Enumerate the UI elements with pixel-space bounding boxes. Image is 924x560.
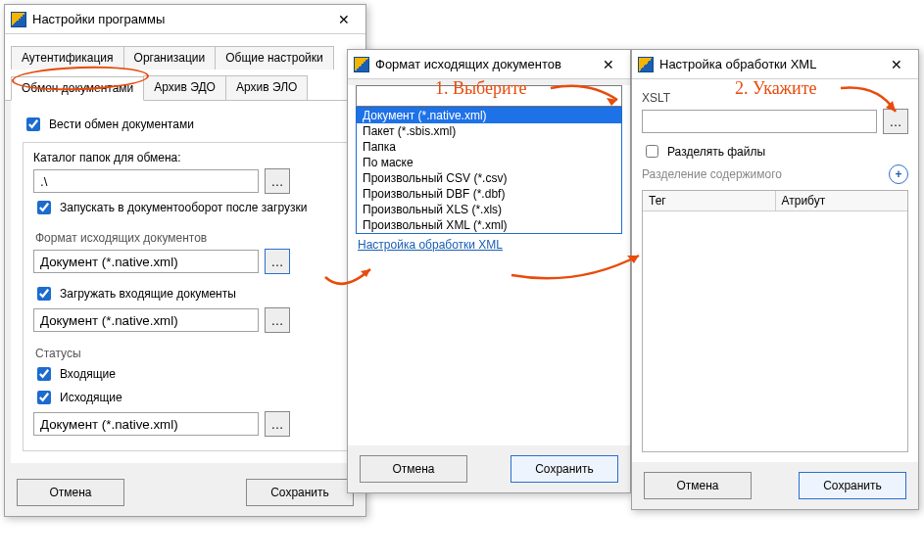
win1-cancel-button[interactable]: Отмена — [17, 479, 124, 506]
enable-exchange-row: Вести обмен документами — [23, 115, 348, 134]
out-format-label: Формат исходящих документов — [35, 231, 337, 245]
close-icon[interactable]: ✕ — [881, 53, 912, 76]
load-incoming-row: Загружать входящие документы — [33, 284, 337, 303]
window-title: Формат исходящих документов — [375, 57, 593, 71]
tab-orgs[interactable]: Организации — [123, 46, 217, 70]
status-incoming-label: Входящие — [60, 367, 116, 381]
xml-settings-window: Настройка обработки XML ✕ XSLT … Разделя… — [631, 49, 919, 510]
split-files-checkbox[interactable] — [646, 145, 658, 158]
enable-exchange-checkbox[interactable] — [26, 117, 40, 131]
format-option[interactable]: Произвольный XLS (*.xls) — [357, 202, 621, 217]
format-dropdown[interactable] — [356, 85, 622, 107]
win2-save-button[interactable]: Сохранить — [511, 455, 618, 483]
win2-bottom-bar: Отмена Сохранить — [348, 445, 630, 492]
autosend-row: Запускать в документооборот после загруз… — [33, 198, 337, 217]
status-incoming-row: Входящие — [33, 364, 337, 384]
tab-exchange[interactable]: Обмен документами — [11, 76, 144, 101]
in-format-browse-button[interactable]: … — [265, 307, 290, 333]
enable-exchange-label: Вести обмен документами — [49, 117, 194, 131]
table-header: Тег Атрибут — [643, 191, 907, 211]
split-content-label: Разделение содержимого — [642, 167, 782, 181]
catalog-input[interactable] — [33, 169, 259, 193]
app-icon — [11, 12, 26, 27]
format-option[interactable]: Произвольный DBF (*.dbf) — [357, 186, 621, 202]
tabs-row-1: Аутентификация Организации Общие настрой… — [5, 40, 365, 70]
xslt-input[interactable] — [642, 110, 877, 133]
tab-archive-edo[interactable]: Архив ЭДО — [143, 75, 226, 100]
format-option[interactable]: Папка — [357, 139, 621, 155]
tab-general[interactable]: Общие настройки — [215, 46, 334, 70]
win3-cancel-button[interactable]: Отмена — [644, 472, 752, 499]
split-table: Тег Атрибут — [642, 190, 908, 452]
tab-archive-elo[interactable]: Архив ЭЛО — [225, 75, 308, 100]
close-icon[interactable]: ✕ — [593, 53, 624, 76]
xslt-browse-button[interactable]: … — [883, 109, 908, 134]
app-icon — [638, 57, 654, 72]
xslt-label: XSLT — [642, 91, 908, 105]
format-window: Формат исходящих документов ✕ Документ (… — [347, 49, 631, 493]
catalog-label: Каталог папок для обмена: — [33, 151, 337, 164]
out-format-input[interactable] — [33, 250, 259, 273]
status-outgoing-checkbox[interactable] — [37, 391, 51, 404]
titlebar: Настройки программы ✕ — [5, 5, 365, 34]
split-files-row: Разделять файлы — [642, 142, 908, 161]
split-files-label: Разделять файлы — [667, 145, 765, 159]
status-outgoing-label: Исходящие — [60, 391, 122, 404]
add-row-button[interactable]: + — [889, 164, 908, 184]
load-incoming-checkbox[interactable] — [37, 287, 51, 301]
status-incoming-checkbox[interactable] — [37, 367, 51, 381]
status-format-browse-button[interactable]: … — [265, 411, 290, 437]
format-option[interactable]: Пакет (*.sbis.xml) — [357, 123, 621, 139]
close-icon[interactable]: ✕ — [328, 8, 360, 31]
format-dropdown-list: Документ (*.native.xml) Пакет (*.sbis.xm… — [356, 107, 622, 234]
format-option[interactable]: Произвольный XML (*.xml) — [357, 217, 621, 233]
settings-window: Настройки программы ✕ Аутентификация Орг… — [4, 4, 366, 517]
exchange-pane: Вести обмен документами Каталог папок дл… — [11, 101, 360, 463]
status-outgoing-row: Исходящие — [33, 388, 337, 407]
statuses-label: Статусы — [35, 347, 337, 360]
autosend-label: Запускать в документооборот после загруз… — [60, 201, 307, 214]
exchange-group: Каталог папок для обмена: … Запускать в … — [23, 142, 348, 451]
format-option[interactable]: По маске — [357, 155, 621, 170]
in-format-input[interactable] — [33, 308, 259, 332]
tabs-row-2: Обмен документами Архив ЭДО Архив ЭЛО — [5, 70, 365, 101]
win3-bottom-bar: Отмена Сохранить — [632, 462, 918, 509]
window-title: Настройки программы — [32, 12, 328, 26]
col-tag: Тег — [643, 191, 776, 211]
status-format-input[interactable] — [33, 412, 259, 436]
browse-catalog-button[interactable]: … — [265, 168, 290, 194]
format-option[interactable]: Произвольный CSV (*.csv) — [357, 170, 621, 186]
app-icon — [354, 57, 369, 72]
load-incoming-label: Загружать входящие документы — [60, 287, 236, 301]
titlebar: Настройка обработки XML ✕ — [632, 50, 918, 79]
out-format-browse-button[interactable]: … — [265, 249, 290, 274]
xml-settings-link[interactable]: Настройка обработки XML — [358, 238, 503, 252]
format-option[interactable]: Документ (*.native.xml) — [357, 108, 621, 123]
win2-cancel-button[interactable]: Отмена — [360, 455, 467, 483]
win1-save-button[interactable]: Сохранить — [246, 479, 354, 506]
window-title: Настройка обработки XML — [659, 57, 881, 71]
autosend-checkbox[interactable] — [37, 201, 51, 214]
col-attr: Атрибут — [776, 191, 908, 211]
win3-save-button[interactable]: Сохранить — [799, 472, 906, 499]
titlebar: Формат исходящих документов ✕ — [348, 50, 630, 79]
tab-auth[interactable]: Аутентификация — [11, 46, 124, 70]
win1-bottom-bar: Отмена Сохранить — [5, 469, 365, 516]
